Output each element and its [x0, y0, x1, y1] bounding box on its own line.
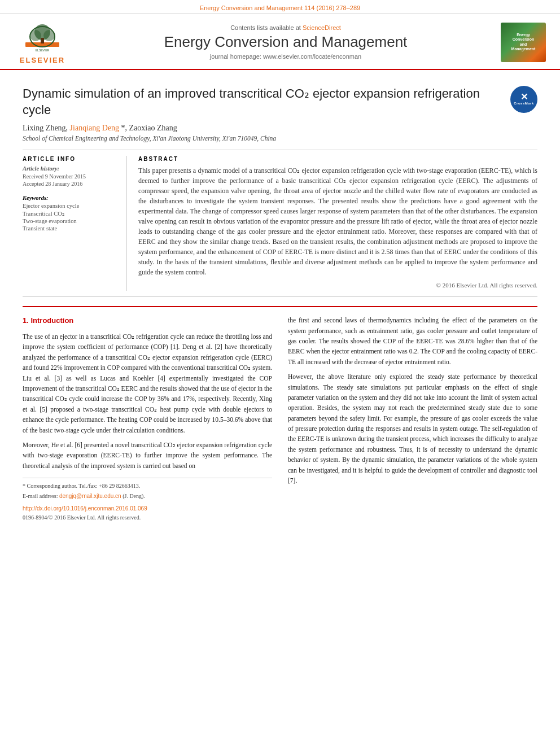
article-info-header: ARTICLE INFO [23, 156, 118, 162]
article-history: Article history: Received 9 November 201… [23, 165, 118, 187]
abstract-col: ABSTRACT This paper presents a dynamic m… [138, 156, 537, 291]
journal-logo: Energy Conversion and Management [498, 23, 549, 62]
keywords-label: Keywords: [23, 195, 118, 201]
journal-header: ELSEVIER ELSEVIER Contents lists availab… [0, 14, 560, 70]
accepted-date: Accepted 28 January 2016 [23, 181, 118, 187]
section-1-title: 1. Introduction [23, 315, 272, 327]
keyword-4: Transient state [23, 225, 118, 231]
footnote-email: E-mail address: dengjq@mail.xjtu.edu.cn … [23, 492, 272, 501]
crossmark-label: CrossMark [514, 102, 534, 106]
elsevier-tree-icon: ELSEVIER [20, 20, 65, 54]
keyword-3: Two-stage evaporation [23, 218, 118, 224]
elsevier-label: ELSEVIER [20, 56, 65, 64]
journal-issue-link[interactable]: Energy Conversion and Management 114 (20… [200, 5, 360, 11]
body-col-right: the first and second laws of thermodynam… [288, 315, 537, 522]
svg-point-3 [30, 30, 41, 41]
body-para-2: Moreover, He et al. [6] presented a nove… [23, 440, 272, 471]
sciencedirect-link[interactable]: ScienceDirect [303, 24, 341, 31]
rights-line: 0196-8904/© 2016 Elsevier Ltd. All right… [23, 513, 272, 522]
svg-point-4 [43, 30, 55, 41]
doi-link[interactable]: http://dx.doi.org/10.1016/j.enconman.201… [23, 504, 272, 513]
elsevier-logo: ELSEVIER ELSEVIER [11, 20, 73, 64]
affiliation: School of Chemical Engineering and Techn… [23, 135, 537, 142]
journal-homepage: journal homepage: www.elsevier.com/locat… [73, 53, 498, 60]
header-center: Contents lists available at ScienceDirec… [73, 24, 498, 60]
copyright-line: © 2016 Elsevier Ltd. All rights reserved… [138, 282, 537, 289]
divider-2 [23, 296, 537, 297]
email-link[interactable]: dengjq@mail.xjtu.edu.cn [59, 493, 121, 499]
received-date: Received 9 November 2015 [23, 173, 118, 180]
doi-area: http://dx.doi.org/10.1016/j.enconman.201… [23, 504, 272, 522]
top-bar: Energy Conversion and Management 114 (20… [0, 0, 560, 14]
history-label: Article history: [23, 165, 118, 172]
article-info-col: ARTICLE INFO Article history: Received 9… [23, 156, 127, 291]
svg-text:ELSEVIER: ELSEVIER [36, 49, 50, 52]
paper-container: Dynamic simulation of an improved transc… [0, 70, 560, 528]
body-para-1: The use of an ejector in a transcritical… [23, 331, 272, 435]
journal-title: Energy Conversion and Management [73, 33, 498, 51]
footnote-corresponding: * Corresponding author. Tel./fax: +86 29… [23, 482, 272, 491]
body-para-4: However, the above literature only explo… [288, 372, 537, 486]
article-abstract-cols: ARTICLE INFO Article history: Received 9… [23, 156, 537, 291]
abstract-header: ABSTRACT [138, 156, 537, 162]
paper-title-text: Dynamic simulation of an improved transc… [23, 86, 480, 117]
svg-rect-5 [41, 38, 44, 43]
divider-1 [23, 150, 537, 150]
body-section: 1. Introduction The use of an ejector in… [23, 306, 537, 522]
journal-logo-text: Energy Conversion and Management [511, 33, 536, 52]
author-link-deng[interactable]: Jianqiang Deng [70, 124, 119, 132]
keywords-section: Keywords: Ejector expansion cycle Transc… [23, 195, 118, 231]
footnote-area: * Corresponding author. Tel./fax: +86 29… [23, 478, 272, 501]
body-two-col: 1. Introduction The use of an ejector in… [23, 315, 537, 522]
paper-title: Dynamic simulation of an improved transc… [23, 86, 537, 118]
keyword-1: Ejector expansion cycle [23, 203, 118, 209]
authors-line: Lixing Zheng, Jianqiang Deng *, Zaoxiao … [23, 124, 537, 133]
crossmark-badge[interactable]: ✕ CrossMark [504, 86, 537, 114]
contents-text: Contents lists available at [230, 24, 301, 31]
journal-logo-box: Energy Conversion and Management [501, 23, 546, 62]
keyword-2: Transcritical CO₂ [23, 210, 118, 217]
body-col-left: 1. Introduction The use of an ejector in… [23, 315, 272, 522]
abstract-text: This paper presents a dynamic model of a… [138, 165, 537, 277]
body-para-3: the first and second laws of thermodynam… [288, 315, 537, 367]
crossmark-x-icon: ✕ [520, 93, 528, 102]
